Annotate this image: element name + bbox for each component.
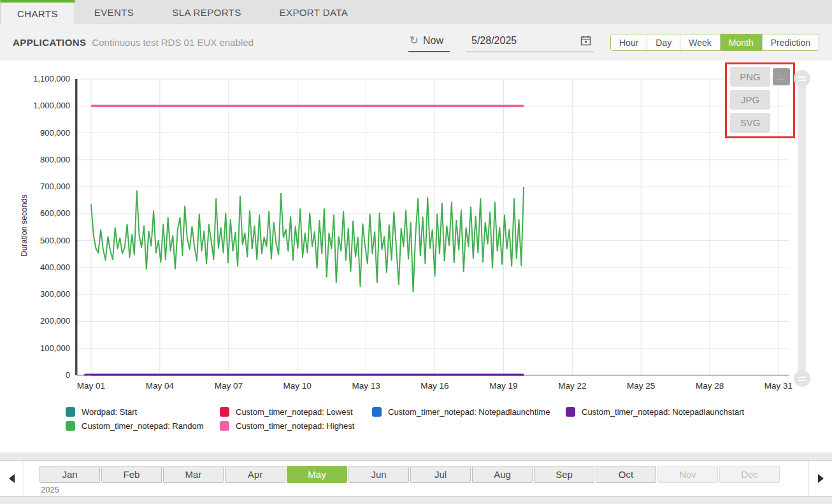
y-tick-label: 1,000,000 (11, 100, 70, 112)
next-year-button[interactable] (808, 461, 832, 496)
month-button-apr[interactable]: Apr (225, 466, 285, 483)
legend-swatch (372, 407, 382, 417)
y-axis-title: Duration seconds (20, 184, 29, 267)
header-controls: ↻ Now HourDayWeekMonthPrediction (408, 33, 819, 52)
month-button-feb[interactable]: Feb (101, 466, 162, 483)
legend-swatch (66, 421, 75, 431)
y-tick-label: 1,100,000 (11, 73, 70, 85)
export-more-button[interactable]: ... (773, 68, 790, 85)
range-button-week[interactable]: Week (680, 34, 720, 50)
y-tick-label: 300,000 (11, 289, 70, 300)
date-input[interactable] (471, 35, 573, 47)
tab-events-label: EVENTS (94, 7, 134, 18)
application-window: CHARTS EVENTS SLA REPORTS EXPORT DATA AP… (0, 0, 832, 504)
date-field (466, 33, 594, 52)
vertical-zoom-slider-handle-bottom[interactable] (794, 370, 810, 387)
legend-item-custom-timer-notepad-lowest[interactable]: Custom_timer_notepad: Lowest (220, 407, 353, 417)
month-buttons: JanFebMarAprMayJunJulAugSepOctNovDec (39, 466, 780, 483)
legend-swatch (566, 407, 575, 417)
legend-item-custom-timer-notepad-notepadlaunchstart[interactable]: Custom_timer_notepad: Notepadlaunchstart (566, 407, 744, 417)
vertical-zoom-slider-handle-top[interactable] (794, 70, 810, 87)
tab-bar: CHARTS EVENTS SLA REPORTS EXPORT DATA (0, 0, 832, 24)
legend-label: Custom_timer_notepad: Highest (236, 421, 354, 431)
legend-label: Custom_timer_notepad: Notepadlaunchtime (388, 407, 550, 417)
chart-svg (0, 61, 832, 452)
page-title: APPLICATIONS (13, 37, 86, 48)
export-menu: PNG JPG SVG (730, 67, 770, 133)
y-tick-label: 900,000 (11, 127, 70, 139)
x-tick-label: May 10 (269, 381, 326, 391)
tab-export-data-label: EXPORT DATA (280, 7, 348, 18)
month-button-may[interactable]: May (287, 466, 347, 483)
legend-label: Custom_timer_notepad: Lowest (236, 407, 353, 417)
month-button-oct[interactable]: Oct (596, 466, 656, 483)
y-tick-label: 200,000 (11, 315, 70, 327)
y-tick-label: 400,000 (11, 262, 70, 273)
legend-swatch (66, 407, 75, 417)
y-tick-label: 600,000 (11, 208, 70, 219)
month-button-sep[interactable]: Sep (534, 466, 594, 483)
legend-item-custom-timer-notepad-random[interactable]: Custom_timer_notepad: Random (66, 421, 204, 431)
legend-item-wordpad-start[interactable]: Wordpad: Start (66, 407, 137, 417)
series-custom-timer-notepad-random (91, 187, 524, 292)
tab-charts[interactable]: CHARTS (0, 0, 75, 24)
y-tick-label: 100,000 (11, 343, 70, 354)
export-png-button[interactable]: PNG (730, 67, 770, 87)
y-tick-label: 0 (11, 370, 70, 381)
x-tick-label: May 22 (543, 381, 601, 391)
export-svg-button[interactable]: SVG (730, 113, 770, 133)
month-button-jul[interactable]: Jul (410, 466, 471, 483)
legend-label: Custom_timer_notepad: Notepadlaunchstart (582, 407, 744, 417)
header-bar: APPLICATIONS Continuous test RDS 01 EUX … (0, 24, 832, 61)
grip-icon (798, 76, 806, 81)
month-button-dec: Dec (719, 466, 780, 483)
legend-item-custom-timer-notepad-notepadlaunchtime[interactable]: Custom_timer_notepad: Notepadlaunchtime (372, 407, 550, 417)
calendar-icon[interactable] (580, 35, 591, 46)
month-button-aug[interactable]: Aug (472, 466, 533, 483)
page-subtitle: Continuous test RDS 01 EUX enabled (92, 37, 253, 48)
legend-item-custom-timer-notepad-highest[interactable]: Custom_timer_notepad: Highest (220, 421, 354, 431)
tab-sla-reports[interactable]: SLA REPORTS (153, 0, 260, 24)
y-axis-line (75, 79, 78, 375)
x-tick-label: May 01 (62, 381, 120, 391)
range-button-day[interactable]: Day (647, 34, 680, 50)
y-tick-label: 500,000 (11, 235, 70, 247)
month-button-mar[interactable]: Mar (163, 466, 224, 483)
x-tick-label: May 04 (131, 381, 189, 391)
legend-swatch (220, 421, 229, 431)
x-tick-label: May 28 (681, 381, 738, 391)
tab-events[interactable]: EVENTS (75, 0, 153, 24)
chart-panel: Duration seconds 0100,000200,000300,0004… (0, 61, 832, 452)
grip-icon (798, 377, 806, 381)
tab-sla-reports-label: SLA REPORTS (172, 7, 241, 18)
y-tick-label: 800,000 (11, 154, 70, 166)
prev-year-button[interactable] (0, 461, 24, 496)
arrow-left-icon (9, 474, 15, 483)
tab-export-data[interactable]: EXPORT DATA (261, 0, 367, 24)
year-label: 2025 (41, 485, 59, 494)
legend-swatch (220, 407, 229, 417)
range-button-month[interactable]: Month (720, 34, 762, 50)
month-timeline-bar: JanFebMarAprMayJunJulAugSepOctNovDec 202… (0, 460, 832, 497)
y-tick-label: 700,000 (11, 181, 70, 192)
month-button-nov: Nov (657, 466, 718, 483)
month-button-jan[interactable]: Jan (39, 466, 100, 483)
month-button-jun[interactable]: Jun (348, 466, 409, 483)
range-button-group: HourDayWeekMonthPrediction (610, 34, 819, 51)
vertical-zoom-slider-track[interactable] (798, 78, 806, 378)
x-tick-label: May 19 (475, 381, 532, 391)
refresh-icon: ↻ (410, 35, 419, 46)
x-tick-label: May 07 (200, 381, 257, 391)
legend-label: Custom_timer_notepad: Random (82, 421, 204, 431)
now-button-label: Now (423, 35, 443, 47)
arrow-right-icon (818, 474, 824, 483)
legend-label: Wordpad: Start (82, 407, 137, 417)
x-tick-label: May 13 (338, 381, 395, 391)
range-button-prediction[interactable]: Prediction (762, 34, 819, 50)
x-tick-label: May 25 (612, 381, 670, 391)
range-button-hour[interactable]: Hour (611, 34, 647, 50)
x-tick-label: May 16 (406, 381, 464, 391)
export-jpg-button[interactable]: JPG (730, 90, 770, 110)
now-button[interactable]: ↻ Now (408, 33, 450, 52)
tab-charts-label: CHARTS (17, 8, 58, 19)
